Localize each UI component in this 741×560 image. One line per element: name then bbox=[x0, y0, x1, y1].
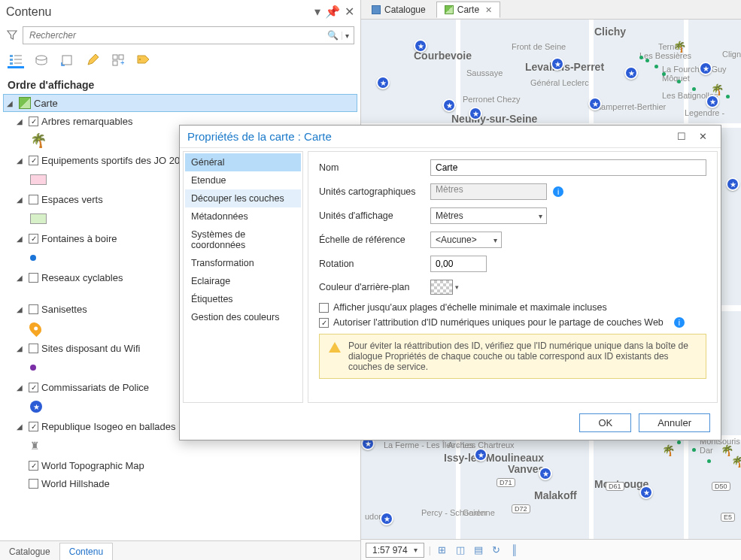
police-marker[interactable]: ★ bbox=[551, 57, 564, 71]
nav-transformation[interactable]: Transformation bbox=[185, 254, 301, 272]
layer-checkbox[interactable] bbox=[29, 383, 38, 392]
options-icon[interactable]: ▾ bbox=[314, 5, 320, 19]
layer-world-hillshade[interactable]: World Hillshade bbox=[3, 474, 357, 492]
police-marker[interactable]: ★ bbox=[380, 512, 393, 525]
list-by-drawing-order-icon[interactable] bbox=[8, 52, 24, 68]
city-label: Clichy bbox=[594, 26, 626, 38]
scale-selector[interactable]: 1:57 974 ▾ bbox=[366, 543, 424, 558]
layer-checkbox[interactable] bbox=[29, 479, 38, 489]
route-badge: D71 bbox=[497, 478, 515, 487]
nav-couleurs[interactable]: Gestion des couleurs bbox=[185, 308, 301, 326]
snapping-icon[interactable]: ◫ bbox=[454, 543, 467, 557]
search-input[interactable]: 🔍 ▾ bbox=[23, 26, 354, 44]
map-properties-dialog: Propriétés de la carte : Carte ☐ ✕ Génér… bbox=[179, 125, 721, 440]
dialog-nav: Général Etendue Découper les couches Mét… bbox=[183, 151, 303, 403]
svg-rect-1 bbox=[10, 59, 13, 61]
nav-general[interactable]: Général bbox=[185, 153, 301, 171]
label-unites-aff: Unités d'affichage bbox=[319, 210, 430, 221]
refresh-icon[interactable]: ↻ bbox=[490, 543, 503, 557]
label-plages: Afficher jusqu'aux plages d'échelle mini… bbox=[333, 302, 607, 313]
select-tool-icon[interactable]: ⊞ bbox=[436, 543, 449, 557]
list-by-editing-icon[interactable] bbox=[84, 52, 101, 68]
view-tab-carte[interactable]: Carte ✕ bbox=[436, 2, 500, 18]
caret-icon[interactable]: ◢ bbox=[17, 235, 26, 243]
layer-label: Sites disposant du Wifi bbox=[41, 343, 141, 354]
close-dialog-button[interactable]: ✕ bbox=[692, 131, 713, 142]
search-icon[interactable]: 🔍 bbox=[324, 30, 342, 41]
view-tab-catalogue[interactable]: Catalogue bbox=[364, 2, 433, 17]
nav-eclairage[interactable]: Eclairage bbox=[185, 272, 301, 290]
caret-icon[interactable]: ◢ bbox=[7, 99, 16, 107]
nav-decouper[interactable]: Découper les couches bbox=[185, 189, 301, 207]
pause-drawing-icon[interactable]: ║ bbox=[508, 543, 521, 557]
list-by-selection-icon[interactable] bbox=[59, 52, 75, 68]
police-marker[interactable]: ★ bbox=[639, 486, 653, 499]
constraints-icon[interactable]: ▤ bbox=[472, 543, 485, 557]
caret-icon[interactable]: ◢ bbox=[17, 195, 26, 204]
city-label: Issy-les-Moulineaux bbox=[444, 452, 544, 464]
police-marker[interactable]: ★ bbox=[376, 76, 390, 89]
list-by-snapping-icon[interactable]: + bbox=[110, 52, 126, 68]
input-rotation[interactable] bbox=[430, 256, 487, 272]
layer-checkbox[interactable] bbox=[29, 117, 38, 126]
ok-button[interactable]: OK bbox=[579, 413, 631, 432]
list-by-source-icon[interactable] bbox=[33, 52, 50, 68]
background-color-picker[interactable] bbox=[430, 280, 453, 295]
info-icon[interactable]: i bbox=[674, 317, 685, 328]
dialog-main: Nom Unités cartographiques Mètres i Unit… bbox=[308, 151, 718, 403]
pin-icon[interactable]: 📌 bbox=[325, 5, 340, 19]
caret-icon[interactable]: ◢ bbox=[17, 383, 26, 392]
nav-metadonnees[interactable]: Métadonnées bbox=[185, 207, 301, 226]
layer-checkbox[interactable] bbox=[29, 273, 38, 283]
close-panel-icon[interactable]: ✕ bbox=[345, 5, 354, 19]
police-marker[interactable]: ★ bbox=[442, 98, 456, 112]
checkbox-ids[interactable] bbox=[319, 318, 329, 328]
layer-checkbox[interactable] bbox=[29, 461, 38, 471]
tab-contenu[interactable]: Contenu bbox=[59, 543, 113, 560]
caret-icon[interactable]: ◢ bbox=[17, 117, 26, 126]
police-marker[interactable]: ★ bbox=[726, 177, 739, 191]
caret-icon[interactable]: ◢ bbox=[17, 422, 26, 431]
route-badge: D61 bbox=[606, 482, 624, 491]
police-marker[interactable]: ★ bbox=[588, 97, 602, 110]
layer-world-topo[interactable]: World Topographic Map bbox=[3, 456, 357, 474]
caret-icon[interactable]: ◢ bbox=[17, 156, 26, 165]
search-dropdown-icon[interactable]: ▾ bbox=[342, 32, 349, 40]
tab-catalogue[interactable]: Catalogue bbox=[0, 543, 59, 560]
police-marker[interactable]: ★ bbox=[414, 39, 427, 53]
police-marker[interactable]: ★ bbox=[699, 62, 712, 75]
select-echelle[interactable]: <Aucune> bbox=[430, 232, 502, 248]
nav-etendue[interactable]: Etendue bbox=[185, 171, 301, 189]
cancel-button[interactable]: Annuler bbox=[639, 413, 710, 432]
police-marker[interactable]: ★ bbox=[624, 66, 638, 80]
checkbox-plages[interactable] bbox=[319, 303, 329, 313]
layer-label: Equipements sportifs des JO 2024 bbox=[41, 155, 191, 166]
layer-checkbox[interactable] bbox=[29, 156, 38, 165]
police-marker[interactable]: ★ bbox=[539, 467, 552, 480]
nav-coord[interactable]: Systèmes de coordonnées bbox=[185, 226, 301, 254]
label-unites-carto: Unités cartographiques bbox=[319, 186, 430, 197]
svg-rect-8 bbox=[113, 55, 117, 59]
maximize-button[interactable]: ☐ bbox=[671, 131, 692, 142]
layer-checkbox[interactable] bbox=[29, 344, 38, 353]
police-marker[interactable]: ★ bbox=[474, 448, 487, 462]
search-field[interactable] bbox=[28, 29, 324, 41]
layer-checkbox[interactable] bbox=[29, 304, 38, 314]
tree-root-map[interactable]: ◢ Carte bbox=[3, 94, 357, 112]
input-nom[interactable] bbox=[430, 159, 706, 176]
police-marker[interactable]: ★ bbox=[469, 107, 482, 120]
nav-etiquettes[interactable]: Étiquettes bbox=[185, 290, 301, 308]
select-unites-aff[interactable]: Mètres bbox=[430, 207, 547, 224]
filter-icon[interactable] bbox=[6, 29, 18, 41]
green-swatch bbox=[30, 213, 47, 224]
caret-icon[interactable]: ◢ bbox=[17, 344, 26, 353]
layer-checkbox[interactable] bbox=[29, 195, 38, 204]
layer-checkbox[interactable] bbox=[29, 234, 38, 244]
caret-icon[interactable]: ◢ bbox=[17, 274, 26, 282]
layer-checkbox[interactable] bbox=[29, 422, 38, 431]
info-icon[interactable]: i bbox=[553, 186, 563, 197]
police-marker[interactable]: ★ bbox=[706, 95, 719, 108]
caret-icon[interactable]: ◢ bbox=[17, 305, 26, 313]
close-tab-icon[interactable]: ✕ bbox=[483, 5, 492, 15]
list-by-labeling-icon[interactable] bbox=[135, 52, 152, 68]
